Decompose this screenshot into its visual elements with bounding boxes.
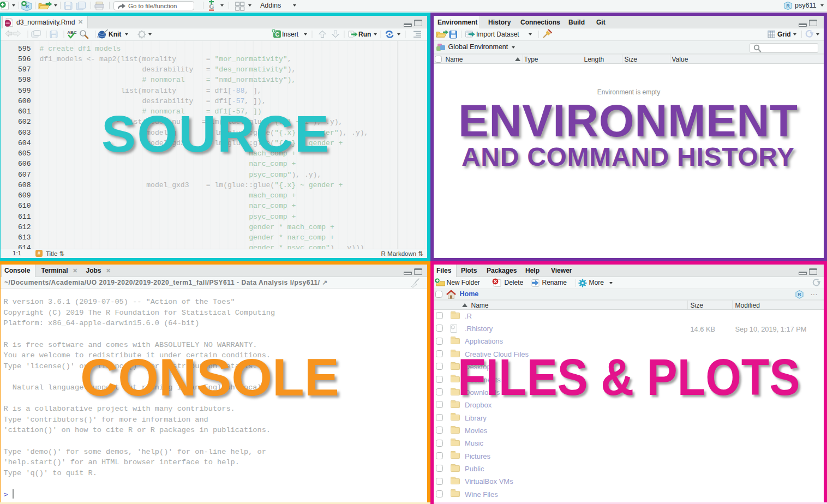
svg-text:ABC: ABC <box>67 30 77 35</box>
svg-text:C: C <box>275 31 279 38</box>
svg-text:s: s <box>97 34 99 39</box>
svg-text:R: R <box>786 3 790 9</box>
svg-text:R: R <box>798 291 801 297</box>
